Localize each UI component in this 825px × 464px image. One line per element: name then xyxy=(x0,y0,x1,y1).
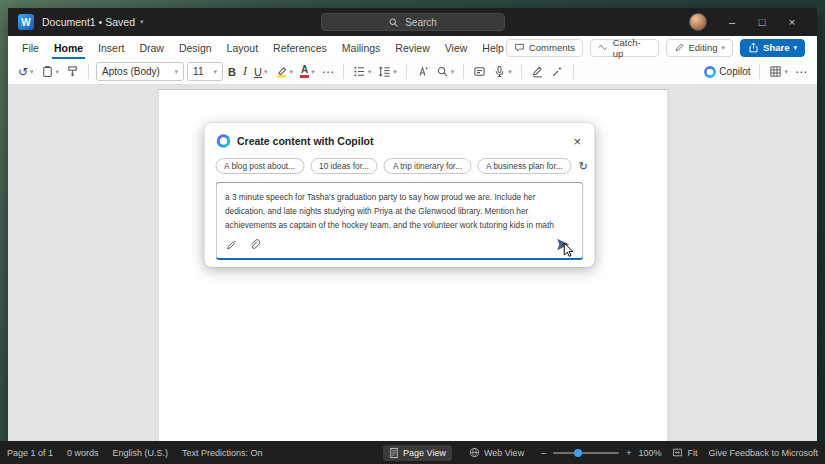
chevron-down-icon: ▾ xyxy=(140,18,144,26)
toolbar-divider xyxy=(521,64,522,79)
toolbar-divider xyxy=(759,64,760,79)
font-name-select[interactable]: Aptos (Body) ▾ xyxy=(96,62,184,81)
word-logo-icon: W xyxy=(18,14,34,30)
grid-view-button[interactable]: ▾ xyxy=(767,63,790,80)
zoom-level[interactable]: 100% xyxy=(638,448,661,458)
bold-button[interactable]: B xyxy=(226,64,238,80)
maximize-button[interactable]: □ xyxy=(747,8,777,36)
rewrite-button[interactable] xyxy=(549,63,566,80)
text-highlight-button[interactable]: ▾ xyxy=(273,63,296,80)
search-input[interactable]: Search xyxy=(321,13,505,31)
bullet-list-icon xyxy=(353,65,366,78)
chip-trip-itinerary[interactable]: A trip itinerary for... xyxy=(384,158,471,174)
tab-review[interactable]: Review xyxy=(393,36,431,59)
tab-draw[interactable]: Draw xyxy=(137,36,166,59)
underline-label: U xyxy=(254,66,262,78)
share-label: Share xyxy=(763,42,789,53)
chevron-down-icon: ▾ xyxy=(393,68,397,76)
chevron-down-icon: ▾ xyxy=(175,68,179,76)
refresh-suggestions-button[interactable]: ↻ xyxy=(579,160,588,173)
ribbon-tabs: File Home Insert Draw Design Layout Refe… xyxy=(20,36,506,59)
zoom-slider-thumb[interactable] xyxy=(574,449,582,457)
minimize-button[interactable]: – xyxy=(717,8,747,36)
format-painter-button[interactable] xyxy=(64,63,81,80)
tab-design[interactable]: Design xyxy=(177,36,214,59)
document-canvas: Create content with Copilot × A blog pos… xyxy=(8,85,817,441)
more-font-options-button[interactable]: ⋯ xyxy=(320,64,336,80)
microphone-icon xyxy=(493,65,506,78)
format-painter-icon xyxy=(66,65,79,78)
zoom-control: – + 100% xyxy=(541,448,661,458)
zoom-out-button[interactable]: – xyxy=(541,448,546,458)
italic-button[interactable]: I xyxy=(241,62,249,81)
document-title[interactable]: Document1 • Saved ▾ xyxy=(42,16,144,28)
send-button[interactable] xyxy=(555,237,573,253)
chip-blog-post[interactable]: A blog post about... xyxy=(215,158,304,174)
feedback-link[interactable]: Give Feedback to Microsoft xyxy=(708,448,818,458)
font-color-button[interactable]: A ▾ xyxy=(298,63,317,80)
magic-wand-icon xyxy=(551,65,564,78)
tab-insert[interactable]: Insert xyxy=(96,36,126,59)
tab-layout[interactable]: Layout xyxy=(225,36,261,59)
dictate-button[interactable]: ▾ xyxy=(491,63,514,80)
tab-help[interactable]: Help xyxy=(480,36,506,59)
comments-button[interactable]: Comments xyxy=(506,39,583,57)
prompt-text[interactable]: a 3 minute speech for Tasha's graduation… xyxy=(225,190,573,232)
undo-button[interactable]: ↺ ▾ xyxy=(16,64,36,80)
word-window: W Document1 • Saved ▾ Search – □ × File … xyxy=(8,8,817,441)
tab-home[interactable]: Home xyxy=(52,36,85,59)
statusbar-right: Page View Web View – + 100% Fit Give Fee… xyxy=(383,445,818,461)
copilot-icon xyxy=(703,65,717,79)
font-size-select[interactable]: 11 ▾ xyxy=(187,62,223,81)
fit-icon xyxy=(672,447,683,458)
zoom-slider[interactable] xyxy=(553,452,619,454)
catch-up-button[interactable]: Catch-up xyxy=(590,39,659,57)
share-icon xyxy=(748,42,759,53)
pen-sparkle-icon[interactable] xyxy=(225,239,237,251)
paperclip-icon[interactable] xyxy=(248,239,260,251)
tab-mailings[interactable]: Mailings xyxy=(340,36,383,59)
tab-view[interactable]: View xyxy=(443,36,470,59)
editor-pen-icon xyxy=(531,65,544,78)
globe-icon xyxy=(469,447,480,458)
chevron-down-icon: ▾ xyxy=(722,44,726,52)
text-predictions-indicator[interactable]: Text Predictions: On xyxy=(182,448,263,458)
language-indicator[interactable]: English (U.S.) xyxy=(113,448,169,458)
underline-button[interactable]: U ▾ xyxy=(252,64,269,80)
tab-file[interactable]: File xyxy=(20,36,41,59)
word-count[interactable]: 0 words xyxy=(67,448,99,458)
zoom-in-button[interactable]: + xyxy=(626,448,631,458)
close-button[interactable]: × xyxy=(777,8,807,36)
chip-ideas[interactable]: 10 ideas for... xyxy=(310,158,378,174)
more-icon: ⋯ xyxy=(322,66,334,78)
page-view-icon xyxy=(389,447,399,459)
document-title-label: Document1 • Saved xyxy=(42,16,135,28)
web-view-button[interactable]: Web View xyxy=(463,445,530,460)
page-view-button[interactable]: Page View xyxy=(383,445,452,461)
share-button[interactable]: Share ▾ xyxy=(740,39,805,57)
toolbar-divider xyxy=(88,64,89,79)
editing-label: Editing xyxy=(689,42,718,53)
copilot-button[interactable]: Copilot xyxy=(701,63,752,81)
bullets-button[interactable]: ▾ xyxy=(351,63,374,80)
page-count[interactable]: Page 1 of 1 xyxy=(7,448,53,458)
editing-mode-button[interactable]: Editing ▾ xyxy=(666,39,734,57)
chevron-down-icon: ▾ xyxy=(784,68,788,76)
line-spacing-button[interactable]: ▾ xyxy=(376,63,399,80)
comment-icon xyxy=(514,42,525,53)
chip-business-plan[interactable]: A business plan for... xyxy=(477,158,572,174)
more-toolbar-button[interactable]: ⋯ xyxy=(793,64,809,80)
fit-button[interactable]: Fit xyxy=(672,447,697,458)
toolbar-divider xyxy=(343,64,344,79)
styles-button[interactable] xyxy=(414,63,431,80)
tab-references[interactable]: References xyxy=(271,36,329,59)
read-aloud-button[interactable] xyxy=(471,63,488,80)
document-page[interactable]: Create content with Copilot × A blog pos… xyxy=(157,89,668,441)
copilot-dialog-title: Create content with Copilot xyxy=(237,135,374,147)
dialog-close-button[interactable]: × xyxy=(571,135,583,148)
copilot-prompt-input[interactable]: a 3 minute speech for Tasha's graduation… xyxy=(215,182,583,260)
user-avatar[interactable] xyxy=(689,13,707,31)
paste-button[interactable]: ▾ xyxy=(39,63,62,80)
find-button[interactable]: ▾ xyxy=(434,63,457,80)
editor-button[interactable] xyxy=(529,63,546,80)
